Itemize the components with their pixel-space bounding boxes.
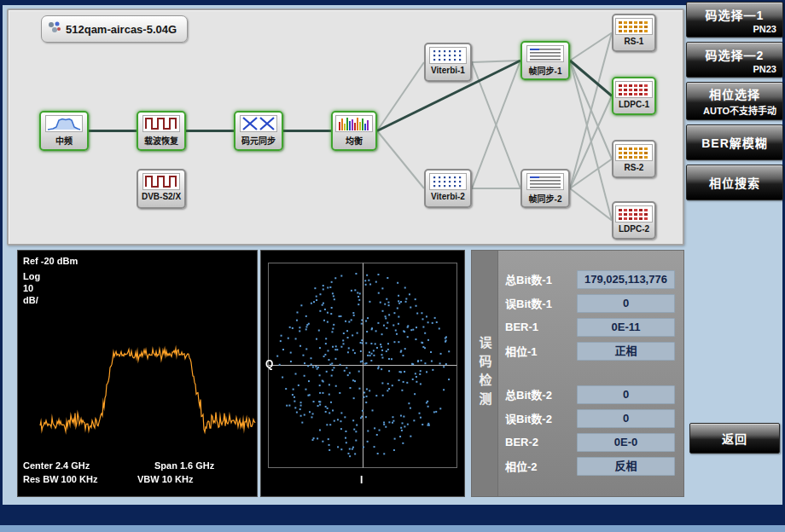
node-label: 帧同步-2 [529, 192, 562, 205]
dotgrid-icon-frame [429, 47, 467, 64]
node-ldpc2[interactable]: LDPC-2 [612, 201, 656, 240]
node-label: 中频 [55, 134, 73, 147]
node-label: Viterbi-2 [431, 192, 465, 201]
node-label: RS-1 [625, 37, 644, 46]
stat-value: 0 [577, 409, 675, 428]
sidebar-button-5[interactable]: 相位搜索 [686, 165, 783, 200]
stat-label: 总Bit数-2 [505, 386, 577, 402]
edge-vit1-fs1 [472, 61, 520, 62]
node-label: LDPC-2 [619, 224, 649, 234]
stat-row: 总Bit数-1179,025,113,776 [505, 270, 675, 288]
node-label: Viterbi-1 [431, 66, 465, 75]
error-stats-panel: 误码检测 总Bit数-1179,025,113,776误Bit数-10BER-1… [471, 250, 684, 497]
sidebar-button-label: 相位搜索 [693, 174, 776, 191]
q-axis-label: Q [265, 358, 273, 370]
i-axis-label: I [360, 474, 363, 486]
sidebar-spacer [686, 200, 783, 423]
dotgrid-icon-frame [429, 173, 467, 190]
spectrum-icon-frame [45, 115, 83, 132]
eyesync-icon [241, 116, 276, 131]
spectrum-analyzer-panel: Ref -20 dBm Log 10 dB/ Center 2.4 GHz Sp… [17, 250, 258, 497]
node-label: 均衡 [346, 134, 363, 147]
sidebar-button-4[interactable]: BER解模糊 [686, 124, 783, 160]
ldpcrows-icon [617, 206, 651, 222]
stat-row: BER-10E-11 [505, 318, 675, 336]
node-carrier[interactable]: 载波恢复 [137, 111, 186, 151]
stat-row: 相位-1正相 [505, 342, 675, 360]
stat-row: 总Bit数-20 [505, 385, 675, 403]
ref-level-label: Ref -20 dBm [23, 256, 78, 266]
bottom-strip [0, 525, 785, 532]
node-dvb[interactable]: DVB-S2/X [137, 169, 186, 209]
stat-label: 相位-2 [505, 458, 577, 474]
vbw-label: VBW 10 KHz [137, 474, 193, 484]
db-per-div-label: dB/ [23, 295, 38, 305]
stat-value: 0 [577, 385, 675, 404]
stat-label: 相位-1 [505, 343, 577, 359]
sidebar-button-group: 码选择—1PN23码选择—2PN23相位选择AUTO不支持手动BER解模糊相位搜… [686, 2, 783, 200]
span-label: Span 1.6 GHz [154, 460, 214, 471]
node-label: RS-2 [625, 163, 644, 172]
sidebar-button-sublabel: PN23 [693, 64, 776, 74]
rsrows-icon [617, 19, 651, 34]
node-rs2[interactable]: RS-2 [612, 140, 656, 178]
sidebar-button-3[interactable]: 相位选择AUTO不支持手动 [686, 82, 783, 120]
stat-label: 总Bit数-1 [505, 271, 577, 287]
stat-value: 反相 [577, 457, 675, 476]
framelist-icon [528, 174, 562, 189]
sidebar-button-label: 码选择—1 [693, 6, 776, 23]
sidebar-button-sublabel: PN23 [693, 24, 776, 34]
constellation-canvas [261, 251, 464, 496]
processing-chain-panel: 512qam-aircas-5.04G 中频载波恢复码元同步均衡DVB-S2/X… [7, 9, 684, 246]
stat-label: 误Bit数-2 [505, 410, 577, 426]
dotgrid-icon [431, 174, 465, 189]
app-window: 512qam-aircas-5.04G 中频载波恢复码元同步均衡DVB-S2/X… [0, 0, 785, 532]
node-label: 帧同步-1 [529, 64, 562, 77]
framelist-icon-frame [526, 173, 564, 190]
node-eq[interactable]: 均衡 [331, 111, 377, 151]
sidebar-button-2[interactable]: 码选择—2PN23 [686, 42, 783, 78]
node-fs1[interactable]: 帧同步-1 [520, 41, 570, 80]
log-scale-value: 10 [23, 283, 33, 293]
node-label: 码元同步 [241, 134, 276, 147]
stat-row: 相位-2反相 [505, 457, 675, 475]
ldpcrows-icon-frame [615, 205, 653, 223]
ldpcrows-icon [617, 82, 651, 97]
return-button-label: 返回 [696, 430, 773, 447]
stat-row: BER-20E-0 [505, 433, 675, 451]
node-vit1[interactable]: Viterbi-1 [424, 43, 472, 82]
sidebar-button-label: 相位选择 [693, 85, 776, 102]
stat-row: 误Bit数-20 [505, 409, 675, 427]
rsrows-icon-frame [615, 144, 653, 161]
sidebar-button-label: BER解模糊 [693, 134, 776, 151]
node-label: LDPC-1 [619, 100, 649, 109]
res-bw-label: Res BW 100 KHz [23, 474, 97, 484]
stat-value: 179,025,113,776 [577, 270, 675, 289]
constellation-panel: Q I [260, 250, 465, 497]
rsrows-icon-frame [615, 18, 653, 35]
edge-fs1-ldpc1 [570, 61, 612, 96]
framelist-icon [528, 46, 562, 61]
ldpcrows-icon-frame [615, 81, 653, 98]
node-rs1[interactable]: RS-1 [612, 14, 656, 52]
squarewave-icon [144, 174, 178, 189]
node-fs2[interactable]: 帧同步-2 [520, 169, 570, 208]
center-freq-label: Center 2.4 GHz [23, 460, 90, 471]
log-label: Log [23, 271, 40, 281]
dotgrid-icon [431, 48, 465, 63]
node-symsync[interactable]: 码元同步 [234, 111, 283, 151]
sidebar: 码选择—1PN23码选择—2PN23相位选择AUTO不支持手动BER解模糊相位搜… [686, 2, 783, 503]
node-if[interactable]: 中频 [39, 111, 89, 151]
node-ldpc1[interactable]: LDPC-1 [612, 77, 656, 115]
preset-label: 512qam-aircas-5.04G [66, 23, 177, 36]
stats-rows: 总Bit数-1179,025,113,776误Bit数-10BER-10E-11… [498, 251, 683, 496]
sidebar-button-1[interactable]: 码选择—1PN23 [686, 2, 783, 38]
return-button[interactable]: 返回 [689, 423, 780, 454]
signal-preset-badge[interactable]: 512qam-aircas-5.04G [41, 15, 188, 43]
stat-value: 正相 [577, 342, 675, 361]
block-diagram: 512qam-aircas-5.04G 中频载波恢复码元同步均衡DVB-S2/X… [9, 10, 683, 244]
equalizer-icon-frame [335, 115, 373, 132]
node-vit2[interactable]: Viterbi-2 [424, 169, 472, 208]
squarewave-icon-frame [142, 115, 180, 132]
stat-value: 0E-0 [577, 433, 675, 452]
